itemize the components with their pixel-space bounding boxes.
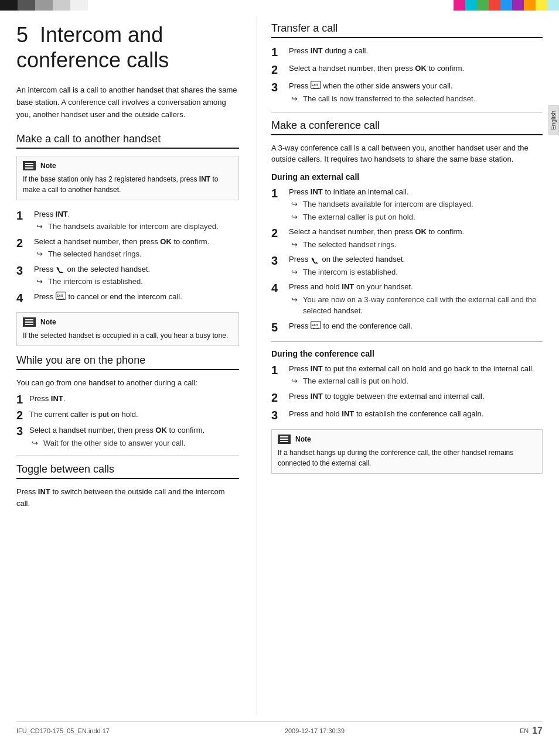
note-text-3: If a handset hangs up during the confere…	[278, 447, 536, 468]
while-num-2: 2	[16, 409, 26, 422]
conf-step-1: 1 Press INT to put the external call on …	[271, 363, 543, 387]
color-dgray	[18, 0, 35, 11]
ext-num-2: 2	[271, 226, 285, 240]
ext-num-4: 4	[271, 281, 285, 295]
make-call-heading: Make a call to another handset	[16, 133, 239, 149]
step-content-1: Press INT. ↪ The handsets available for …	[34, 208, 239, 232]
transfer-step-1: 1 Press INT during a call.	[271, 45, 543, 59]
step-text-4: Press EXIT to cancel or end the intercom…	[34, 292, 182, 301]
step-1: 1 Press INT. ↪ The handsets available fo…	[16, 208, 239, 232]
ext-step-5: 5 Press EXIT to end the conference call.	[271, 320, 543, 334]
call-icon-e3	[311, 256, 320, 264]
step-result-1: ↪ The handsets available for intercom ar…	[36, 221, 239, 232]
note-icon-3	[278, 435, 291, 444]
conference-intro: A 3-way conference call is a call betwee…	[271, 142, 543, 165]
conf-text-3: Press and hold INT to establish the conf…	[289, 408, 483, 420]
ext-result-text-4: You are now on a 3-way conference call w…	[303, 294, 543, 317]
color-white	[70, 0, 88, 11]
while-text-2: The current caller is put on hold.	[29, 409, 138, 422]
ext-content-1: Press INT to initiate an internal call. …	[289, 186, 543, 223]
conf-num-1: 1	[271, 363, 285, 377]
conf-arrow-1: ↪	[291, 375, 301, 387]
transfer-num-3: 3	[271, 80, 285, 94]
while-result-text-3: Wait for the other side to answer your c…	[43, 437, 185, 449]
language-tab: English	[548, 105, 559, 135]
ext-arrow-2: ↪	[291, 239, 301, 251]
transfer-text-2: Select a handset number, then press OK t…	[289, 63, 464, 74]
conf-content-1: Press INT to put the external call on ho…	[289, 363, 543, 387]
toggle-text: Press INT to switch between the outside …	[16, 486, 239, 509]
ext-content-4: Press and hold INT on your handset. ↪ Yo…	[289, 281, 543, 317]
ext-text-5: Press EXIT to end the conference call.	[289, 321, 413, 330]
while-step-2: 2 The current caller is put on hold.	[16, 409, 239, 422]
conf-num-2: 2	[271, 391, 285, 405]
while-step-1: 1 Press INT.	[16, 393, 239, 406]
chapter-name: Intercom and conference calls	[16, 23, 169, 72]
color-mgray	[35, 0, 53, 11]
left-column: 5 Intercom and conference calls An inter…	[16, 16, 239, 714]
step-num-2: 2	[16, 236, 30, 250]
color-black	[0, 0, 18, 11]
sq-yellow	[536, 0, 547, 11]
external-call-heading: During an external call	[271, 172, 543, 182]
exit-icon-4: EXIT	[56, 292, 66, 303]
while-num-3: 3	[16, 425, 26, 449]
ext-text-2: Select a handset number, then press OK t…	[289, 227, 464, 236]
step-text-2: Select a handset number, then press OK t…	[34, 237, 209, 246]
transfer-text-3: Press EXIT when the other side answers y…	[289, 81, 453, 90]
note-icon-1	[23, 161, 36, 170]
rule-3	[271, 341, 543, 342]
step-result-3: ↪ The intercom is established.	[36, 276, 239, 288]
page-content: 5 Intercom and conference calls An inter…	[16, 16, 543, 740]
transfer-result-3: ↪ The call is now transferred to the sel…	[291, 93, 543, 105]
toggle-heading: Toggle between calls	[16, 463, 239, 479]
result-text-1: The handsets available for intercom are …	[48, 221, 219, 232]
rule-1	[16, 456, 239, 456]
ext-text-1: Press INT to initiate an internal call.	[289, 187, 409, 196]
make-call-steps: 1 Press INT. ↪ The handsets available fo…	[16, 208, 239, 305]
ext-num-1: 1	[271, 186, 285, 200]
step-num-4: 4	[16, 291, 30, 305]
step-content-4: Press EXIT to cancel or end the intercom…	[34, 291, 239, 303]
ext-result-text-2: The selected handset rings.	[303, 239, 397, 251]
call-icon-3	[56, 266, 65, 273]
step-content-3: Press on the selected handset. ↪ The int…	[34, 264, 239, 288]
ext-step-3: 3 Press on the selected handset. ↪ The i…	[271, 254, 543, 278]
ext-result-text-1b: The external caller is put on hold.	[303, 211, 415, 223]
result-text-3: The intercom is established.	[48, 276, 143, 288]
transfer-steps: 1 Press INT during a call. 2 Select a ha…	[271, 45, 543, 105]
during-conf-heading: During the conference call	[271, 349, 543, 358]
step-text-3: Press on the selected handset.	[34, 265, 150, 273]
step-2: 2 Select a handset number, then press OK…	[16, 236, 239, 260]
exit-icon-t3: EXIT	[311, 81, 321, 93]
note-label-2: Note	[40, 318, 56, 326]
ext-num-5: 5	[271, 320, 285, 334]
conference-heading: Make a conference call	[271, 119, 543, 135]
right-column: Transfer a call 1 Press INT during a cal…	[257, 16, 543, 714]
while-phone-heading: While you are on the phone	[16, 354, 239, 370]
ext-result-1b: ↪ The external caller is put on hold.	[291, 211, 543, 223]
ext-content-5: Press EXIT to end the conference call.	[289, 320, 543, 332]
conf-step-3: 3 Press and hold INT to establish the co…	[271, 408, 543, 422]
transfer-text-1: Press INT during a call.	[289, 45, 368, 57]
conf-num-3: 3	[271, 408, 285, 422]
while-text-3: Select a handset number, then press OK t…	[29, 426, 204, 435]
ext-arrow-1a: ↪	[291, 199, 301, 210]
step-num-3: 3	[16, 264, 30, 278]
step-4: 4 Press EXIT to cancel or end the interc…	[16, 291, 239, 305]
while-phone-intro: You can go from one handset to another d…	[16, 377, 239, 389]
ext-result-2: ↪ The selected handset rings.	[291, 239, 543, 251]
transfer-num-1: 1	[271, 45, 285, 59]
while-step-3: 3 Select a handset number, then press OK…	[16, 425, 239, 449]
sq-blue	[500, 0, 512, 11]
arrow-3: ↪	[36, 276, 46, 288]
while-num-1: 1	[16, 393, 26, 406]
ext-arrow-3: ↪	[291, 266, 301, 278]
conf-text-1: Press INT to put the external call on ho…	[289, 364, 534, 373]
color-lgray	[53, 0, 70, 11]
rule-2	[271, 112, 543, 112]
sq-ltblue	[547, 0, 559, 11]
ext-step-2: 2 Select a handset number, then press OK…	[271, 226, 543, 250]
ext-arrow-1b: ↪	[291, 211, 301, 223]
transfer-heading: Transfer a call	[271, 22, 543, 38]
